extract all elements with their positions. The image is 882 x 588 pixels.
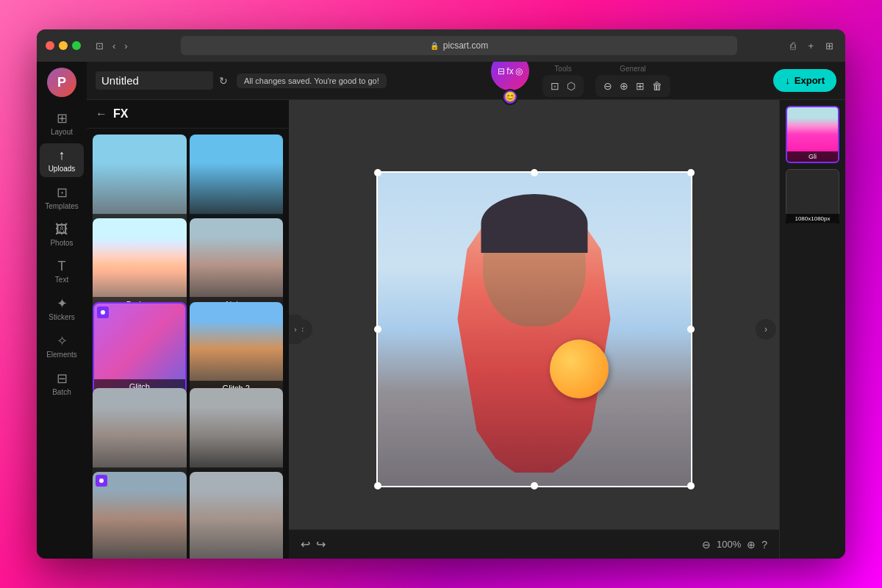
export-icon: ↓ xyxy=(785,75,790,86)
zoom-out-button[interactable]: ⊖ xyxy=(702,539,711,551)
layer-thumb-glitch[interactable]: Gli xyxy=(786,106,839,163)
help-button[interactable]: ? xyxy=(761,539,767,551)
adjust-indicator: 😊 xyxy=(502,89,518,105)
sidebar-item-photos-label: Photos xyxy=(50,239,73,247)
zoom-in-button[interactable]: ⊕ xyxy=(747,539,756,551)
text-icon: T xyxy=(58,259,66,274)
back-btn[interactable]: ‹ xyxy=(110,39,118,53)
sidebar-item-photos[interactable]: 🖼 Photos xyxy=(40,218,84,251)
layer-size-label: 1080x1080px xyxy=(786,214,839,223)
fx-item-grng[interactable]: GRNG xyxy=(93,388,187,482)
address-bar[interactable]: 🔒 picsart.com xyxy=(181,36,738,55)
sidebar-item-uploads-label: Uploads xyxy=(49,165,76,173)
arrange-icon-btn[interactable]: ⊞ xyxy=(634,79,647,93)
fx-item-glitch[interactable]: Glitch xyxy=(93,302,187,396)
toolbar-pill: ⊟ fx ◎ 😊 Tools xyxy=(478,62,682,105)
general-section: General ⊖ ⊕ ⊞ 🗑 xyxy=(595,65,670,97)
sidebar-item-templates-label: Templates xyxy=(45,202,79,210)
right-panel: Gli 1080x1080px xyxy=(779,100,845,559)
templates-icon: ⊡ xyxy=(57,184,68,201)
panel-collapse-arrow[interactable]: › xyxy=(289,315,302,344)
canvas-nav-right[interactable]: › xyxy=(756,319,776,340)
traffic-lights xyxy=(46,41,81,50)
general-label: General xyxy=(620,65,646,73)
delete-icon-btn[interactable]: 🗑 xyxy=(650,79,664,93)
new-tab-btn[interactable]: + xyxy=(805,39,817,53)
fx-header: ← FX xyxy=(87,100,289,129)
adjust-group[interactable]: ⊟ fx ◎ 😊 xyxy=(490,62,531,105)
effects-icon: ◎ xyxy=(515,66,523,76)
general-icons-row: ⊖ ⊕ ⊞ 🗑 xyxy=(595,75,670,97)
link-icon-btn[interactable]: ⊖ xyxy=(601,79,614,93)
sidebar-item-batch[interactable]: ⊟ Batch xyxy=(40,366,84,401)
fx-item-hdr[interactable]: HDR xyxy=(190,135,284,229)
fx-title: FX xyxy=(113,107,128,121)
fx-item-none[interactable]: NONE xyxy=(93,135,187,229)
crop-icon-btn[interactable]: ⊡ xyxy=(548,79,562,93)
sidebar-item-layout-label: Layout xyxy=(51,128,73,136)
main-content: ← FX NONE HDR xyxy=(87,100,845,559)
left-sidebar: P ⊞ Layout ↑ Uploads ⊡ Templates 🖼 Photo… xyxy=(37,62,87,559)
stickers-icon: ✦ xyxy=(57,295,68,312)
canvas-image[interactable] xyxy=(376,171,692,487)
lock-icon: 🔒 xyxy=(430,42,439,50)
canvas-bottom-bar: ↩ ↪ ⊖ 100% ⊕ ? xyxy=(289,529,779,559)
canvas-wrapper xyxy=(376,171,692,487)
fx-item-more2[interactable] xyxy=(190,472,284,559)
fx-item-dodger[interactable]: Dodger xyxy=(93,218,187,312)
fx-item-more1[interactable] xyxy=(93,472,187,559)
duplicate-icon-btn[interactable]: ⊕ xyxy=(617,79,631,93)
refresh-icon[interactable]: ↻ xyxy=(219,75,228,87)
sidebar-item-layout[interactable]: ⊞ Layout xyxy=(40,106,84,140)
redo-button[interactable]: ↪ xyxy=(316,537,326,551)
undo-button[interactable]: ↩ xyxy=(301,537,310,551)
project-title-input[interactable] xyxy=(96,71,213,90)
fx-item-grng2[interactable]: GRNG 2 xyxy=(190,388,284,482)
sidebar-item-stickers[interactable]: ✦ Stickers xyxy=(40,291,84,326)
sidebar-item-text[interactable]: T Text xyxy=(40,254,84,288)
fx-item-noise[interactable]: Noise xyxy=(190,218,284,312)
sidebar-toggle-btn[interactable]: ⊡ xyxy=(93,39,107,53)
app-container: P ⊞ Layout ↑ Uploads ⊡ Templates 🖼 Photo… xyxy=(37,62,845,559)
elements-icon: ✧ xyxy=(57,333,68,349)
sidebar-item-uploads[interactable]: ↑ Uploads xyxy=(40,143,84,177)
browser-controls: ⊡ ‹ › xyxy=(93,39,131,53)
batch-icon: ⊟ xyxy=(57,370,68,387)
export-button[interactable]: ↓ Export xyxy=(773,69,836,92)
zoom-controls: ⊖ 100% ⊕ ? xyxy=(702,539,767,551)
fx-item-more1-badge xyxy=(96,475,107,487)
export-label: Export xyxy=(795,75,825,86)
uploads-icon: ↑ xyxy=(59,148,65,163)
adjust-ring[interactable]: ⊟ fx ◎ xyxy=(490,62,531,92)
save-status: All changes saved. You're good to go! xyxy=(237,74,387,88)
sidebar-item-text-label: Text xyxy=(55,276,68,284)
traffic-light-green[interactable] xyxy=(72,41,81,50)
undo-redo-controls: ↩ ↪ xyxy=(301,537,326,551)
sliders-icon: ⊟ xyxy=(498,66,505,76)
tools-icons-row: ⊡ ⬡ xyxy=(542,75,584,97)
layer-thumb-glitch-label: Gli xyxy=(787,151,838,162)
transform-icon-btn[interactable]: ⬡ xyxy=(564,79,578,93)
fx-panel: ← FX NONE HDR xyxy=(87,100,289,559)
traffic-light-red[interactable] xyxy=(46,41,54,50)
face-icon: 😊 xyxy=(504,91,516,102)
app-logo[interactable]: P xyxy=(47,68,76,97)
fx-back-button[interactable]: ← xyxy=(96,107,107,121)
browser-chrome: ⊡ ‹ › 🔒 picsart.com ⎙ + ⊞ xyxy=(37,29,845,62)
traffic-light-yellow[interactable] xyxy=(59,41,68,50)
layer-thumb-blank[interactable]: 1080x1080px xyxy=(786,169,839,223)
fx-item-glitch2[interactable]: Glitch 2 xyxy=(190,302,284,396)
browser-window: ⊡ ‹ › 🔒 picsart.com ⎙ + ⊞ P ⊞ Layout ↑ xyxy=(37,29,845,559)
share-btn[interactable]: ⎙ xyxy=(787,39,799,53)
top-toolbar-center: ⊟ fx ◎ 😊 Tools xyxy=(392,62,768,105)
browser-actions: ⎙ + ⊞ xyxy=(787,39,836,53)
url-text: picsart.com xyxy=(443,40,488,51)
title-area: ↻ xyxy=(96,71,228,90)
top-bar: ↻ All changes saved. You're good to go! … xyxy=(87,62,845,100)
grid-btn[interactable]: ⊞ xyxy=(822,39,836,53)
canvas-area: ‹ xyxy=(289,100,779,559)
fx-grid: NONE HDR Dodger xyxy=(87,129,289,559)
sidebar-item-elements[interactable]: ✧ Elements xyxy=(40,329,84,363)
forward-btn[interactable]: › xyxy=(121,39,130,53)
sidebar-item-templates[interactable]: ⊡ Templates xyxy=(40,180,84,215)
